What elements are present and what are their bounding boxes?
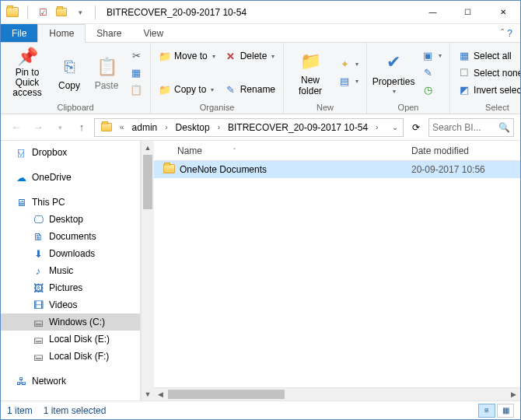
new-item-button[interactable]: ✦▾: [335, 56, 362, 72]
sort-indicator-icon: ˆ: [233, 147, 236, 155]
rename-icon: ✎: [225, 83, 237, 96]
history-button[interactable]: ◷: [418, 82, 445, 98]
tree-pictures[interactable]: 🖼Pictures: [1, 279, 140, 296]
address-folder-icon[interactable]: [96, 119, 117, 136]
move-to-button[interactable]: 📁Move to▾: [156, 48, 219, 65]
scroll-down-icon[interactable]: ▼: [142, 387, 154, 401]
list-h-scrollbar[interactable]: ◀ ▶: [154, 387, 520, 401]
tree-videos[interactable]: 🎞Videos: [1, 296, 140, 313]
tree-desktop[interactable]: 🖵Desktop: [1, 211, 140, 228]
back-button[interactable]: ←: [7, 118, 26, 137]
column-name[interactable]: Nameˆ: [154, 145, 411, 156]
list-body[interactable]: OneNote Documents 20-09-2017 10:56: [154, 161, 520, 387]
pin-to-quick-access-button[interactable]: 📌 Pin to Quick access: [5, 47, 49, 99]
delete-button[interactable]: ✕Delete▾: [222, 48, 278, 65]
new-folder-icon: 📁: [298, 49, 323, 74]
group-new: 📁 New folder ✦▾ ▤▾ New: [284, 43, 367, 114]
onedrive-icon: ☁: [15, 171, 27, 184]
paste-shortcut-button[interactable]: 📋: [127, 82, 145, 98]
scroll-up-icon[interactable]: ▲: [142, 141, 154, 154]
videos-icon: 🎞: [32, 299, 44, 311]
pictures-icon: 🖼: [32, 282, 44, 294]
title-bar: ☑ ▾ BITRECOVER_20-09-2017 10-54 — ☐ ✕: [1, 1, 520, 24]
tree-local-disk-e[interactable]: 🖴Local Disk (E:): [1, 331, 140, 348]
tree-onedrive[interactable]: ☁OneDrive: [1, 169, 140, 186]
select-none-button[interactable]: ☐Select none: [455, 65, 521, 81]
edit-button[interactable]: ✎: [418, 65, 445, 81]
new-item-icon: ✦: [338, 58, 351, 71]
breadcrumb-seg[interactable]: Desktop: [171, 119, 215, 136]
copy-path-button[interactable]: ▦: [127, 65, 145, 81]
properties-button[interactable]: ✔ Properties▾: [372, 47, 415, 99]
list-item[interactable]: OneNote Documents 20-09-2017 10:56: [154, 161, 520, 178]
search-input[interactable]: [432, 122, 495, 133]
view-large-icons-button[interactable]: ▦: [497, 404, 514, 418]
scroll-thumb[interactable]: [143, 155, 152, 209]
easy-access-button[interactable]: ▤▾: [335, 73, 362, 89]
minimize-button[interactable]: —: [415, 1, 450, 23]
navigation-tree[interactable]: ⍌Dropbox ☁OneDrive 🖥This PC 🖵Desktop 🗎Do…: [1, 141, 141, 401]
cut-button[interactable]: ✂: [127, 47, 145, 64]
tree-music[interactable]: ♪Music: [1, 262, 140, 279]
scroll-right-icon[interactable]: ▶: [507, 388, 520, 401]
tab-view[interactable]: View: [132, 24, 174, 42]
ribbon-tab-strip: File Home Share View ˆ ?: [1, 24, 520, 43]
tree-windows-c[interactable]: 🖴Windows (C:): [1, 313, 140, 331]
help-icon[interactable]: ?: [507, 28, 512, 39]
tab-home[interactable]: Home: [37, 24, 86, 43]
qat-new-folder-icon[interactable]: [53, 4, 70, 21]
rename-button[interactable]: ✎Rename: [222, 82, 278, 98]
tree-network[interactable]: 🖧Network: [1, 373, 140, 390]
paste-button[interactable]: 📋 Paste: [89, 47, 124, 99]
close-button[interactable]: ✕: [485, 1, 520, 23]
breadcrumb-chevron[interactable]: ›: [162, 123, 170, 131]
copy-to-icon: 📁: [159, 83, 171, 96]
scroll-thumb[interactable]: [168, 390, 285, 399]
column-date-modified[interactable]: Date modified: [411, 145, 520, 156]
recent-locations-button[interactable]: ▾: [51, 118, 69, 137]
refresh-button[interactable]: ⟳: [407, 118, 425, 137]
view-details-button[interactable]: ≡: [478, 404, 495, 418]
invert-selection-button[interactable]: ◩Invert selection: [455, 82, 521, 98]
up-button[interactable]: ↑: [72, 118, 91, 137]
open-icon: ▣: [421, 50, 434, 62]
select-all-button[interactable]: ▦Select all: [455, 47, 521, 64]
tab-file[interactable]: File: [1, 24, 37, 42]
status-selected-count: 1 item selected: [44, 405, 107, 416]
content-area: ⍌Dropbox ☁OneDrive 🖥This PC 🖵Desktop 🗎Do…: [1, 141, 520, 401]
group-open: ✔ Properties▾ ▣▾ ✎ ◷ Open: [367, 43, 450, 114]
breadcrumb-chevron[interactable]: ›: [372, 123, 381, 131]
copy-path-icon: ▦: [130, 67, 142, 79]
column-headers: Nameˆ Date modified: [154, 141, 520, 161]
easy-access-icon: ▤: [338, 75, 351, 88]
qat-customize-icon[interactable]: ▾: [72, 4, 89, 21]
breadcrumb-seg[interactable]: admin: [128, 119, 163, 136]
pin-icon: 📌: [15, 47, 40, 66]
tab-share[interactable]: Share: [86, 24, 132, 42]
breadcrumb-chevron[interactable]: «: [117, 123, 128, 131]
breadcrumb-chevron[interactable]: ›: [215, 123, 223, 131]
new-folder-button[interactable]: 📁 New folder: [288, 47, 332, 99]
copy-to-button[interactable]: 📁Copy to▾: [156, 82, 219, 98]
tree-dropbox[interactable]: ⍌Dropbox: [1, 144, 140, 161]
copy-button[interactable]: ⎘ Copy: [52, 47, 86, 99]
window-title: BITRECOVER_20-09-2017 10-54: [103, 7, 415, 18]
tree-this-pc[interactable]: 🖥This PC: [1, 194, 140, 211]
maximize-button[interactable]: ☐: [450, 1, 485, 23]
tree-scrollbar[interactable]: ▲ ▼: [141, 141, 154, 401]
app-icon[interactable]: [4, 4, 21, 21]
tree-local-disk-f[interactable]: 🖴Local Disk (F:): [1, 348, 140, 365]
search-box[interactable]: 🔍: [428, 118, 514, 137]
breadcrumb-seg[interactable]: BITRECOVER_20-09-2017 10-54: [223, 119, 372, 136]
scroll-left-icon[interactable]: ◀: [154, 388, 167, 401]
tree-downloads[interactable]: ⬇Downloads: [1, 245, 140, 262]
ribbon-collapse-icon[interactable]: ˆ: [501, 28, 504, 39]
this-pc-icon: 🖥: [15, 196, 27, 208]
forward-button[interactable]: →: [29, 118, 47, 137]
copy-icon: ⎘: [57, 54, 82, 79]
qat-properties-icon[interactable]: ☑: [34, 4, 51, 21]
address-bar[interactable]: « admin › Desktop › BITRECOVER_20-09-201…: [94, 118, 404, 137]
tree-documents[interactable]: 🗎Documents: [1, 228, 140, 245]
address-history-dropdown[interactable]: ⌄: [389, 123, 401, 131]
open-button[interactable]: ▣▾: [418, 47, 445, 64]
